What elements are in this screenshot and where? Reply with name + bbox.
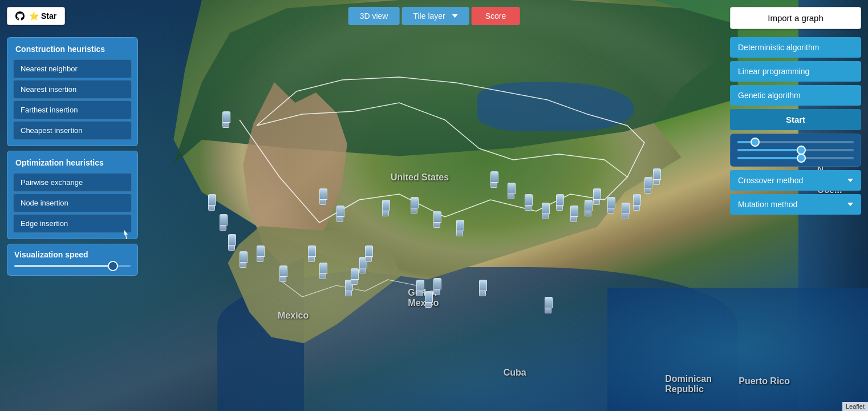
btn-score[interactable]: Score bbox=[472, 7, 520, 25]
slider-row-3 bbox=[737, 157, 854, 159]
btn-edge-insertion[interactable]: Edge insertion bbox=[13, 214, 132, 233]
github-icon bbox=[15, 11, 25, 21]
slider-row-2 bbox=[737, 149, 854, 151]
slider-track-1 bbox=[737, 141, 854, 143]
top-toolbar: 3D view Tile layer Score bbox=[348, 7, 520, 25]
speed-slider-track bbox=[14, 265, 131, 267]
btn-node-insertion[interactable]: Node insertion bbox=[13, 194, 132, 212]
great-lakes bbox=[477, 82, 634, 131]
mutation-method-label: Mutation method bbox=[738, 200, 797, 209]
btn-3d-view[interactable]: 3D view bbox=[348, 7, 400, 25]
slider-fill-2 bbox=[737, 149, 801, 151]
btn-genetic-algorithm[interactable]: Genetic algorithm bbox=[730, 85, 861, 106]
optimization-heuristics-panel: Optimization heuristics Pairwise exchang… bbox=[7, 151, 138, 239]
btn-tile-layer[interactable]: Tile layer bbox=[401, 7, 469, 25]
import-graph-button[interactable]: Import a graph bbox=[730, 7, 861, 29]
btn-deterministic-algorithm[interactable]: Deterministic algorithm bbox=[730, 37, 861, 58]
slider-thumb-1[interactable] bbox=[751, 138, 760, 147]
crossover-method-label: Crossover method bbox=[738, 176, 803, 185]
left-panel: Construction heuristics Nearest neighbor… bbox=[7, 37, 138, 276]
slider-track-3 bbox=[737, 157, 854, 159]
speed-slider-fill bbox=[14, 265, 113, 267]
btn-nearest-neighbor[interactable]: Nearest neighbor bbox=[13, 59, 132, 78]
slider-row-1 bbox=[737, 141, 854, 143]
right-panel: Deterministic algorithm Linear programmi… bbox=[730, 37, 861, 215]
construction-heuristics-panel: Construction heuristics Nearest neighbor… bbox=[7, 37, 138, 146]
btn-nearest-insertion[interactable]: Nearest insertion bbox=[13, 80, 132, 99]
btn-cheapest-insertion[interactable]: Cheapest insertion bbox=[13, 121, 132, 140]
speed-title: Visualization speed bbox=[14, 250, 131, 259]
btn-linear-programming[interactable]: Linear programming bbox=[730, 61, 861, 82]
btn-crossover-method[interactable]: Crossover method bbox=[730, 170, 861, 191]
ocean-caribbean bbox=[607, 288, 868, 411]
btn-mutation-method[interactable]: Mutation method bbox=[730, 194, 861, 215]
slider-fill-3 bbox=[737, 157, 801, 159]
btn-farthest-insertion[interactable]: Farthest insertion bbox=[13, 100, 132, 119]
btn-pairwise-exchange[interactable]: Pairwise exchange bbox=[13, 173, 132, 192]
github-star-button[interactable]: ⭐ Star bbox=[7, 7, 65, 25]
btn-start[interactable]: Start bbox=[730, 109, 861, 130]
visualization-speed-panel: Visualization speed bbox=[7, 244, 138, 276]
mutation-chevron-icon bbox=[847, 203, 853, 206]
tile-layer-chevron bbox=[452, 14, 458, 18]
speed-slider-thumb[interactable] bbox=[108, 261, 118, 271]
construction-title: Construction heuristics bbox=[13, 43, 132, 55]
map-attribution: Leaflet bbox=[842, 402, 868, 411]
github-star-label: ⭐ Star bbox=[29, 11, 56, 21]
crossover-chevron-icon bbox=[847, 179, 853, 182]
optimization-title: Optimization heuristics bbox=[13, 157, 132, 168]
sliders-panel bbox=[730, 134, 861, 167]
slider-track-2 bbox=[737, 149, 854, 151]
slider-thumb-3[interactable] bbox=[797, 154, 806, 163]
